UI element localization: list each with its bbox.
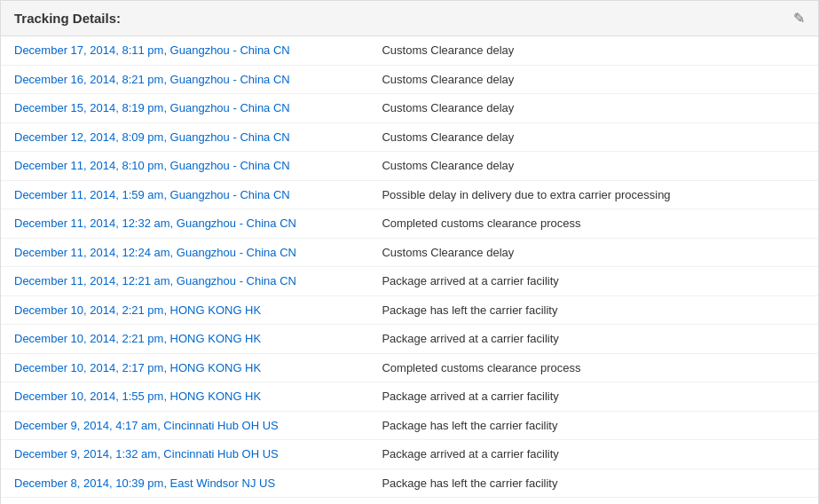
table-row: December 16, 2014, 8:21 pm, Guangzhou - …	[1, 65, 818, 94]
table-row: December 11, 2014, 1:59 am, Guangzhou - …	[1, 180, 818, 209]
date-cell[interactable]: December 8, 2014, 10:39 pm, East Windsor…	[1, 498, 368, 505]
date-cell[interactable]: December 8, 2014, 10:39 pm, East Windsor…	[1, 469, 368, 498]
status-cell: Possible delay in delivery due to extra …	[368, 180, 818, 209]
date-cell[interactable]: December 11, 2014, 12:21 am, Guangzhou -…	[1, 267, 368, 296]
status-cell: Customs Clearance delay	[368, 152, 818, 181]
date-cell[interactable]: December 11, 2014, 12:24 am, Guangzhou -…	[1, 238, 368, 267]
status-cell: Customs Clearance delay	[368, 36, 818, 65]
status-cell: Customs Clearance delay	[368, 65, 818, 94]
status-cell: Package arrived at a carrier facility	[368, 440, 818, 469]
status-cell: Completed customs clearance process	[368, 209, 818, 239]
date-cell[interactable]: December 12, 2014, 8:09 pm, Guangzhou - …	[1, 122, 368, 152]
table-row: December 10, 2014, 2:17 pm, HONG KONG HK…	[1, 353, 818, 382]
status-cell: Customs Clearance delay	[368, 94, 818, 123]
status-cell: Customs Clearance delay	[368, 122, 818, 152]
date-cell[interactable]: December 11, 2014, 1:59 am, Guangzhou - …	[1, 180, 368, 209]
table-row: December 15, 2014, 8:19 pm, Guangzhou - …	[1, 94, 818, 123]
tracking-header: Tracking Details: ✎	[1, 1, 818, 36]
table-row: December 10, 2014, 1:55 pm, HONG KONG HK…	[1, 382, 818, 412]
table-row: December 8, 2014, 10:39 pm, East Windsor…	[1, 469, 818, 498]
status-cell: Package arrived at a carrier facility	[368, 267, 818, 296]
status-cell: Package has left the carrier facility	[368, 469, 818, 498]
date-cell[interactable]: December 16, 2014, 8:21 pm, Guangzhou - …	[1, 65, 368, 94]
date-cell[interactable]: December 10, 2014, 2:21 pm, HONG KONG HK	[1, 325, 368, 354]
table-row: December 12, 2014, 8:09 pm, Guangzhou - …	[1, 122, 818, 152]
table-row: December 11, 2014, 8:10 pm, Guangzhou - …	[1, 152, 818, 181]
table-row: December 10, 2014, 2:21 pm, HONG KONG HK…	[1, 325, 818, 354]
tracking-container: Tracking Details: ✎ December 17, 2014, 8…	[0, 0, 819, 504]
table-row: December 17, 2014, 8:11 pm, Guangzhou - …	[1, 36, 818, 65]
status-cell: Package has left the carrier facility	[368, 295, 818, 325]
table-row: December 11, 2014, 12:21 am, Guangzhou -…	[1, 267, 818, 296]
date-cell[interactable]: December 10, 2014, 2:17 pm, HONG KONG HK	[1, 353, 368, 382]
date-cell[interactable]: December 10, 2014, 2:21 pm, HONG KONG HK	[1, 295, 368, 325]
date-cell[interactable]: December 9, 2014, 1:32 am, Cincinnati Hu…	[1, 440, 368, 469]
table-row: December 10, 2014, 2:21 pm, HONG KONG HK…	[1, 295, 818, 325]
status-cell: Package arrived at a carrier facility	[368, 325, 818, 354]
date-cell[interactable]: December 9, 2014, 4:17 am, Cincinnati Hu…	[1, 411, 368, 440]
date-cell[interactable]: December 17, 2014, 8:11 pm, Guangzhou - …	[1, 36, 368, 65]
status-cell: Completed customs clearance process	[368, 353, 818, 382]
table-row: December 9, 2014, 1:32 am, Cincinnati Hu…	[1, 440, 818, 469]
date-cell[interactable]: December 11, 2014, 8:10 pm, Guangzhou - …	[1, 152, 368, 181]
date-cell[interactable]: December 11, 2014, 12:32 am, Guangzhou -…	[1, 209, 368, 239]
edit-icon: ✎	[793, 10, 805, 27]
tracking-table: December 17, 2014, 8:11 pm, Guangzhou - …	[1, 36, 818, 504]
status-cell: Customs Clearance delay	[368, 238, 818, 267]
table-row: December 8, 2014, 10:39 pm, East Windsor…	[1, 498, 818, 505]
status-cell: Package arrived at a carrier facility	[368, 498, 818, 505]
date-cell[interactable]: December 10, 2014, 1:55 pm, HONG KONG HK	[1, 382, 368, 412]
status-cell: Package has left the carrier facility	[368, 411, 818, 440]
table-row: December 9, 2014, 4:17 am, Cincinnati Hu…	[1, 411, 818, 440]
table-row: December 11, 2014, 12:32 am, Guangzhou -…	[1, 209, 818, 239]
status-cell: Package arrived at a carrier facility	[368, 382, 818, 412]
date-cell[interactable]: December 15, 2014, 8:19 pm, Guangzhou - …	[1, 94, 368, 123]
header-title: Tracking Details:	[14, 11, 121, 26]
table-row: December 11, 2014, 12:24 am, Guangzhou -…	[1, 238, 818, 267]
